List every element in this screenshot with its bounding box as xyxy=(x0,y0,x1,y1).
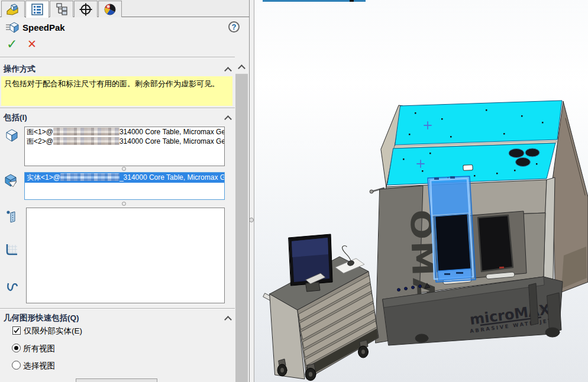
all-views-radio[interactable] xyxy=(12,344,21,352)
viewport-3d-scene[interactable]: OMAX xyxy=(254,0,588,382)
configuration-manager-icon xyxy=(54,3,69,16)
speedpak-title-row: SpeedPak ? xyxy=(0,18,249,35)
list-item-face-1[interactable]: 面<1>@314000 Core Table, Micromax Gen 2 xyxy=(25,127,224,137)
censored-text-block xyxy=(53,128,119,135)
collapse-chevron-icon[interactable] xyxy=(224,115,232,123)
body-selection-icon xyxy=(3,173,20,189)
page-title: SpeedPak xyxy=(22,22,65,33)
display-manager-icon xyxy=(103,2,117,17)
panel-splitter-grip[interactable] xyxy=(249,218,254,222)
scrollbar-thumb[interactable] xyxy=(235,74,248,382)
reference-geometry-icon xyxy=(5,210,20,224)
tab-display-manager[interactable] xyxy=(98,1,122,17)
cancel-button[interactable]: ✕ xyxy=(27,37,37,51)
radio-dot xyxy=(14,346,18,350)
collapse-chevron-icon[interactable] xyxy=(224,316,232,323)
solidworks-window: SpeedPak ? ✓ ✕ 操作方式 只包括对于配合和标注尺寸有用的面。剩余部… xyxy=(0,0,588,382)
tab-dimxpert-manager[interactable] xyxy=(74,1,98,17)
listbox-resize-grip[interactable] xyxy=(122,202,126,206)
help-button[interactable]: ? xyxy=(228,21,240,33)
selected-views-radio[interactable] xyxy=(12,361,21,370)
tab-property-manager[interactable] xyxy=(25,1,49,18)
collapse-chevron-icon[interactable] xyxy=(224,67,232,75)
tab-feature-manager[interactable] xyxy=(1,1,25,17)
bodies-listbox[interactable]: 实体<1>@_314000 Core Table, Micromax Ge xyxy=(24,172,225,200)
property-manager-icon xyxy=(31,4,44,15)
censored-text-block xyxy=(60,173,119,181)
section-header-quick-include[interactable]: 几何图形快速包括(Q) xyxy=(4,313,79,323)
selected-top-faces[interactable] xyxy=(387,101,562,185)
ok-button[interactable]: ✓ xyxy=(7,37,17,52)
all-views-label: 所有视图 xyxy=(23,344,55,354)
manager-tab-bar xyxy=(0,0,249,17)
listbox-resize-grip[interactable] xyxy=(122,167,126,171)
surface-selection-icon xyxy=(4,242,20,257)
tab-configuration-manager[interactable] xyxy=(50,1,73,17)
cutoff-control xyxy=(76,378,157,382)
check-icon xyxy=(13,327,20,334)
censored-text-block xyxy=(53,137,119,145)
scrollbar-up-button[interactable] xyxy=(235,61,248,73)
divider xyxy=(0,308,235,309)
panel-gap xyxy=(250,0,254,382)
section-header-include[interactable]: 包括(I) xyxy=(4,112,27,123)
feature-manager-tree-icon xyxy=(5,3,21,16)
extra-include-listbox[interactable] xyxy=(26,208,225,303)
panel-scrollbar[interactable] xyxy=(235,61,248,382)
machine-model[interactable]: OMAX xyxy=(370,101,588,345)
tool-cart[interactable] xyxy=(263,234,379,381)
property-manager-panel: SpeedPak ? ✓ ✕ 操作方式 只包括对于配合和标注尺寸有用的面。剩余部… xyxy=(0,0,249,382)
external-bodies-checkbox[interactable] xyxy=(12,326,21,335)
operation-note: 只包括对于配合和标注尺寸有用的面。剩余部分作为虚影可见。 xyxy=(1,76,232,106)
list-item-body-1-selected[interactable]: 实体<1>@_314000 Core Table, Micromax Ge xyxy=(25,173,224,183)
list-item-face-2[interactable]: 面<2>@314000 Core Table, Micromax Gen 2 xyxy=(25,137,224,146)
selected-views-label: 选择视图 xyxy=(23,361,55,371)
external-bodies-label: 仅限外部实体(E) xyxy=(24,326,82,336)
faces-listbox[interactable]: 面<1>@314000 Core Table, Micromax Gen 2 面… xyxy=(24,127,225,166)
divider xyxy=(0,108,235,109)
machine-window-right xyxy=(478,215,513,271)
chevron-up-icon xyxy=(238,64,245,72)
curve-selection-icon xyxy=(6,280,20,294)
dimxpert-manager-icon xyxy=(79,2,93,17)
section-header-operation[interactable]: 操作方式 xyxy=(4,64,35,75)
speedpak-icon xyxy=(5,20,21,34)
divider xyxy=(0,57,235,58)
selected-body-door[interactable] xyxy=(428,176,476,282)
face-selection-icon xyxy=(4,128,20,143)
graphics-viewport[interactable]: OMAX xyxy=(254,0,588,382)
